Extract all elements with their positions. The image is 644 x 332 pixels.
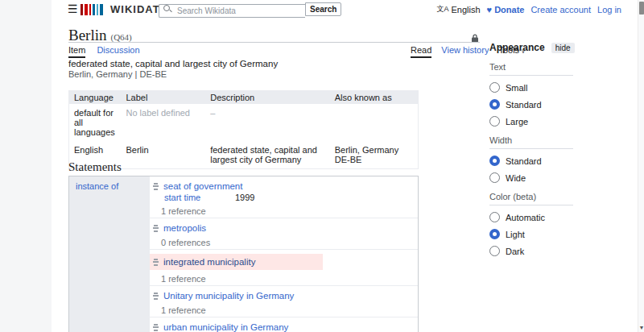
scrollbar-down-arrow-icon[interactable]: ▼: [638, 325, 644, 330]
rank-selector-icon[interactable]: [153, 183, 159, 190]
references-toggle[interactable]: 1 reference: [161, 305, 418, 316]
tab-read[interactable]: Read: [411, 45, 431, 58]
main-menu-icon[interactable]: ☰: [68, 2, 78, 15]
statement-seat-of-government: seat of government start time 1999 1 ref…: [150, 176, 418, 218]
appearance-title: Appearance: [489, 42, 545, 53]
heart-icon: ♥: [487, 5, 493, 15]
cell-label: Berlin: [121, 141, 205, 169]
search-icon: [163, 5, 170, 11]
statement-value-link[interactable]: Unitary municipality in Germany: [163, 290, 294, 301]
statements-heading: Statements: [68, 160, 122, 174]
language-label: English: [452, 5, 481, 15]
statement-value-link[interactable]: seat of government: [163, 181, 242, 192]
statement-urban-municipality: urban municipality in Germany 0 referenc…: [150, 317, 418, 332]
radio-icon[interactable]: [489, 229, 500, 239]
cell-description: federated state, capital and largest cit…: [205, 141, 330, 169]
highlighted-statement-value: integrated municipality: [150, 254, 323, 270]
radio-color-light[interactable]: Light: [489, 229, 573, 239]
donate-label: Donate: [494, 5, 524, 15]
search-button[interactable]: Search: [305, 2, 341, 16]
cell-description: –: [205, 104, 330, 141]
rank-selector-icon[interactable]: [153, 324, 159, 331]
col-header-also-known-as: Also known as: [330, 91, 419, 105]
tab-discussion[interactable]: Discussion: [97, 45, 139, 58]
entity-aliases: Berlin, Germany | DE-BE: [68, 69, 167, 79]
radio-width-standard[interactable]: Standard: [489, 156, 573, 166]
wikidata-page: ☰ WIKIDATA Search 文A English ♥ Donate Cr…: [0, 0, 644, 332]
language-icon: 文A: [437, 4, 449, 15]
statement-value-link[interactable]: metropolis: [163, 222, 206, 234]
radio-width-wide[interactable]: Wide: [489, 172, 573, 183]
vertical-scrollbar[interactable]: ▼: [638, 0, 644, 332]
terms-table-header-row: Language Label Description Also known as: [69, 91, 419, 105]
references-toggle[interactable]: 0 references: [161, 238, 418, 248]
namespace-tabs: Item Discussion: [68, 45, 140, 58]
property-column: instance of: [69, 176, 150, 332]
statement-value-link[interactable]: urban municipality in Germany: [163, 322, 288, 332]
tab-item[interactable]: Item: [68, 45, 85, 58]
radio-icon[interactable]: [489, 82, 500, 93]
section-label: Color (beta): [489, 192, 573, 205]
collapsed-sidebar-area: [0, 0, 52, 332]
table-row: default for all languages No label defin…: [69, 104, 419, 141]
statement-metropolis: metropolis 0 references: [150, 218, 418, 249]
terms-table: Language Label Description Also known as…: [68, 90, 419, 169]
scrollbar-thumb[interactable]: [639, 2, 644, 15]
appearance-section-color: Color (beta) Automatic Light Dark: [489, 192, 573, 256]
cell-label: No label defined: [121, 104, 205, 141]
claims-column: seat of government start time 1999 1 ref…: [150, 176, 418, 332]
entity-description: federated state, capital and largest cit…: [68, 59, 278, 68]
references-toggle[interactable]: 1 reference: [161, 274, 418, 284]
radio-color-automatic[interactable]: Automatic: [489, 212, 573, 222]
radio-text-small[interactable]: Small: [489, 82, 573, 93]
entity-id: (Q64): [111, 32, 132, 42]
statement-integrated-municipality: integrated municipality 1 reference: [150, 249, 418, 285]
qualifier-property-link[interactable]: start time: [164, 193, 235, 203]
rank-selector-icon[interactable]: [153, 225, 159, 232]
appearance-panel: Appearance hide Text Small Standard Larg…: [489, 42, 573, 256]
radio-icon[interactable]: [489, 212, 500, 222]
rank-selector-icon[interactable]: [153, 259, 159, 266]
col-header-label: Label: [121, 91, 205, 105]
section-label: Width: [489, 135, 573, 149]
search-bar: Search: [159, 2, 341, 18]
site-header: ☰ WIKIDATA Search 文A English ♥ Donate Cr…: [52, 0, 638, 19]
tab-view-history[interactable]: View history: [441, 45, 489, 58]
cell-aliases: [330, 104, 419, 141]
radio-color-dark[interactable]: Dark: [489, 246, 573, 256]
title-divider: [68, 42, 480, 43]
statement-unitary-municipality: Unitary municipality in Germany 1 refere…: [150, 285, 418, 317]
create-account-link[interactable]: Create account: [530, 5, 591, 15]
qualifier-value: 1999: [235, 193, 254, 203]
radio-icon[interactable]: [489, 246, 500, 256]
cell-language: default for all languages: [69, 104, 122, 141]
header-user-links: 文A English ♥ Donate Create account Log i…: [437, 4, 622, 15]
statement-group: instance of seat of government start tim…: [68, 176, 419, 332]
radio-text-large[interactable]: Large: [489, 116, 573, 127]
radio-icon[interactable]: [489, 172, 500, 183]
entity-label: Berlin: [68, 27, 107, 44]
appearance-section-text: Text Small Standard Large: [489, 62, 573, 127]
radio-icon[interactable]: [489, 156, 500, 166]
statement-value-link[interactable]: integrated municipality: [163, 256, 255, 268]
cell-aliases: Berlin, Germany DE-BE: [330, 141, 419, 169]
donate-link[interactable]: ♥ Donate: [487, 5, 525, 15]
wikidata-logo-barcode-icon: [80, 4, 105, 15]
radio-icon[interactable]: [489, 99, 500, 110]
section-label: Text: [489, 62, 573, 76]
rank-selector-icon[interactable]: [153, 293, 159, 300]
appearance-section-width: Width Standard Wide: [489, 135, 573, 183]
language-selector[interactable]: 文A English: [437, 4, 481, 15]
radio-text-standard[interactable]: Standard: [489, 99, 573, 110]
search-input[interactable]: [159, 4, 305, 18]
log-in-link[interactable]: Log in: [597, 5, 621, 15]
qualifier-row: start time 1999: [164, 193, 418, 203]
appearance-hide-button[interactable]: hide: [551, 43, 575, 53]
references-toggle[interactable]: 1 reference: [161, 206, 418, 217]
col-header-description: Description: [205, 91, 330, 105]
wikidata-logo[interactable]: WIKIDATA: [80, 3, 167, 15]
col-header-language: Language: [69, 91, 122, 105]
lock-icon: [471, 31, 479, 46]
property-link-instance-of[interactable]: instance of: [76, 181, 118, 191]
radio-icon[interactable]: [489, 116, 500, 127]
